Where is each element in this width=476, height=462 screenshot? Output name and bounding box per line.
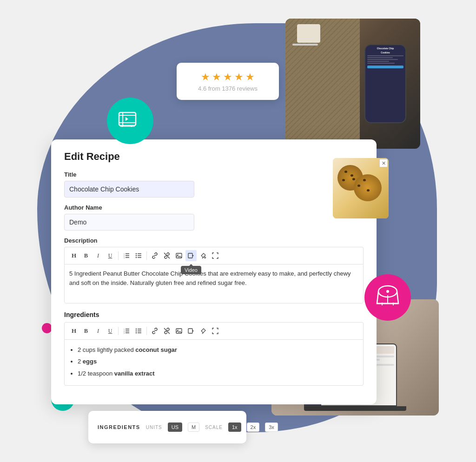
svg-text:3: 3 <box>124 257 125 259</box>
svg-marker-48 <box>192 330 194 332</box>
ing-toolbar-h-button[interactable]: H <box>68 325 79 337</box>
rating-text: 4.6 from 1376 reviews <box>198 85 258 92</box>
phone-print-btn <box>367 66 403 68</box>
svg-point-11 <box>386 290 389 293</box>
toolbar-link-button[interactable] <box>149 250 160 261</box>
ing-toolbar-paint-button[interactable] <box>198 325 209 337</box>
toolbar-paint-button[interactable] <box>198 250 209 261</box>
laptop-base <box>304 406 406 411</box>
ingredient-item-3: 1/2 teaspoon vanilla extract <box>78 368 358 379</box>
svg-rect-47 <box>188 329 192 333</box>
ingredients-textarea[interactable]: 2 cups lightly packed coconut sugar 2 eg… <box>64 339 364 386</box>
svg-marker-4 <box>126 117 128 121</box>
stars-container: ★ ★ ★ ★ ★ <box>201 71 255 83</box>
ing-toolbar-ol-button[interactable]: 123 <box>121 325 132 337</box>
svg-point-6 <box>122 125 123 127</box>
cookies-close-button[interactable]: ✕ <box>379 159 388 167</box>
scale-1x-button[interactable]: 1x <box>228 422 241 432</box>
edit-card-title: Edit Recipe <box>64 151 364 163</box>
title-field-label: Title <box>64 171 364 178</box>
ingredient-list: 2 cups lightly packed coconut sugar 2 eg… <box>69 344 358 379</box>
scale-3x-button[interactable]: 3x <box>265 422 278 432</box>
toolbar-video-button[interactable] <box>185 250 197 261</box>
star-5: ★ <box>245 71 255 83</box>
scale-icon-circle[interactable] <box>364 274 411 321</box>
description-text: 5 Ingredient Peanut Butter Chocolate Chi… <box>69 270 351 286</box>
ing-toolbar-italic-button[interactable]: I <box>93 325 104 337</box>
video-tooltip-text: Video <box>181 266 201 274</box>
toolbar-sep-2 <box>146 251 147 260</box>
rating-card: ★ ★ ★ ★ ★ 4.6 from 1376 reviews <box>177 63 279 100</box>
svg-text:3: 3 <box>124 332 125 334</box>
phone-card: Chocolate Chip Cookies <box>285 19 420 149</box>
star-4: ★ <box>234 71 244 83</box>
svg-point-25 <box>136 257 137 258</box>
ing-toolbar-fullscreen-button[interactable] <box>210 325 221 337</box>
toolbar-h-button[interactable]: H <box>68 250 79 261</box>
toolbar-underline-button[interactable]: U <box>105 250 116 261</box>
ing-toolbar-video-button[interactable] <box>185 325 197 337</box>
author-input[interactable] <box>64 214 194 231</box>
description-textarea[interactable]: 5 Ingredient Peanut Butter Chocolate Chi… <box>64 264 364 304</box>
phone-title-line1: Chocolate Chip <box>367 47 403 50</box>
title-input[interactable] <box>64 181 194 198</box>
star-2: ★ <box>212 71 221 83</box>
svg-point-43 <box>136 332 137 333</box>
us-unit-button[interactable]: US <box>168 422 182 432</box>
toolbar-unlink-button[interactable] <box>161 250 172 261</box>
phone-mockup: Chocolate Chip Cookies <box>364 44 406 123</box>
scale-icon <box>375 285 400 310</box>
svg-point-7 <box>131 125 132 127</box>
ing-toolbar-underline-button[interactable]: U <box>105 325 116 337</box>
author-field-label: Author Name <box>64 204 364 211</box>
ing-toolbar-unlink-button[interactable] <box>161 325 172 337</box>
ing-toolbar-bold-button[interactable]: B <box>80 325 92 337</box>
edit-recipe-card: Edit Recipe Title Author Name Descriptio… <box>51 139 377 404</box>
toolbar-ul-button[interactable] <box>133 250 144 261</box>
units-label: UNITS <box>146 425 162 430</box>
svg-marker-30 <box>192 255 194 257</box>
cookies-image: ✕ <box>333 158 389 218</box>
svg-point-24 <box>136 255 137 256</box>
ingredients-toolbar: H B I U 123 <box>64 322 364 339</box>
ing-toolbar-sep-1 <box>118 327 119 335</box>
svg-point-46 <box>177 330 178 330</box>
ingredient-item-1: 2 cups lightly packed coconut sugar <box>78 344 358 355</box>
description-field-label: Description <box>64 237 364 244</box>
coffee-cup-area <box>292 24 325 52</box>
star-1: ★ <box>201 71 210 83</box>
ingredients-bar: INGREDIENTS UNITS US M SCALE 1x 2x 3x <box>88 411 246 443</box>
m-unit-button[interactable]: M <box>188 422 199 432</box>
phone-title-line2: Cookies <box>367 51 403 54</box>
description-toolbar: H B I U 123 Video <box>64 247 364 264</box>
toolbar-bold-button[interactable]: B <box>80 250 92 261</box>
svg-point-42 <box>136 330 137 331</box>
video-icon-circle[interactable] <box>107 98 153 144</box>
toolbar-sep-1 <box>118 251 119 260</box>
ingredients-bar-label: INGREDIENTS <box>98 424 140 430</box>
toolbar-image-button[interactable] <box>173 250 185 261</box>
toolbar-italic-button[interactable]: I <box>93 250 104 261</box>
svg-point-23 <box>136 253 137 254</box>
ing-toolbar-image-button[interactable] <box>173 325 185 337</box>
cookie-2 <box>354 174 382 201</box>
ing-toolbar-ul-button[interactable] <box>133 325 144 337</box>
video-icon <box>118 109 142 133</box>
svg-point-31 <box>205 257 206 258</box>
toolbar-ol-button[interactable]: 123 <box>121 250 132 261</box>
pink-dot-left <box>42 323 52 333</box>
svg-point-28 <box>177 254 178 255</box>
scale-2x-button[interactable]: 2x <box>247 422 260 432</box>
svg-point-41 <box>136 329 137 330</box>
svg-rect-29 <box>188 253 192 258</box>
ingredient-item-2: 2 eggs <box>78 356 358 367</box>
ing-toolbar-sep-2 <box>146 327 147 335</box>
ingredients-section-label: Ingredients <box>64 311 364 318</box>
video-tooltip-container: Video <box>185 250 197 261</box>
ing-toolbar-link-button[interactable] <box>149 325 160 337</box>
toolbar-fullscreen-button[interactable] <box>210 250 221 261</box>
star-3: ★ <box>223 71 232 83</box>
scale-label: SCALE <box>205 425 223 430</box>
